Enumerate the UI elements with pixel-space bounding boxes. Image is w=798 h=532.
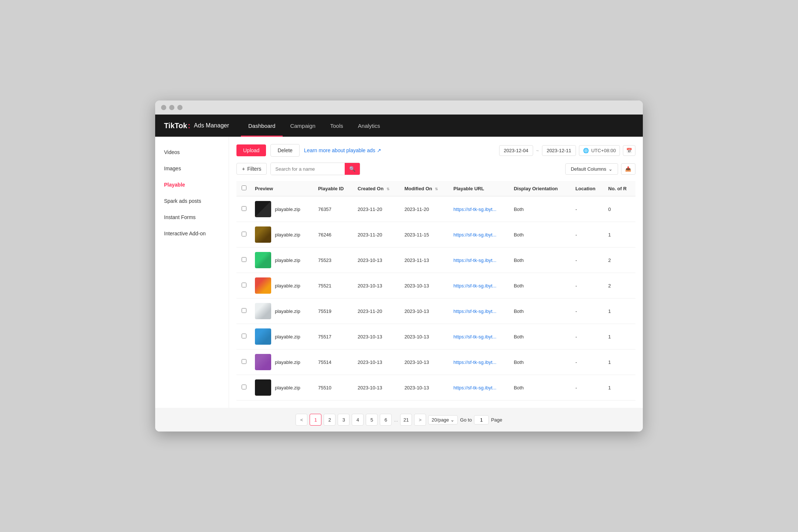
row-count: 1	[604, 349, 635, 375]
search-input[interactable]	[271, 163, 345, 175]
nav-items: Dashboard Campaign Tools Analytics	[241, 115, 388, 137]
table-row: playable.zip 75514 2023-10-13 2023-10-13…	[236, 349, 635, 375]
goto-input[interactable]	[474, 415, 489, 424]
url-link[interactable]: https://sf-tk-sg.ibyt...	[453, 207, 496, 212]
pagination-page-6[interactable]: 6	[380, 414, 392, 426]
row-checkbox[interactable]	[242, 283, 246, 287]
url-link[interactable]: https://sf-tk-sg.ibyt...	[453, 334, 496, 340]
traffic-light-minimize[interactable]	[169, 105, 174, 110]
row-orientation: Both	[510, 222, 572, 248]
pagination: < 1 2 3 4 5 6 ... 21 > 20/page ⌄ Go to P…	[155, 408, 643, 432]
pagination-last[interactable]: 21	[400, 414, 412, 426]
row-url: https://sf-tk-sg.ibyt...	[450, 222, 510, 248]
url-link[interactable]: https://sf-tk-sg.ibyt...	[453, 359, 496, 365]
nav-item-campaign[interactable]: Campaign	[283, 115, 323, 137]
preview-thumbnail	[255, 303, 271, 319]
pagination-prev[interactable]: <	[296, 414, 307, 426]
table-row: playable.zip 75519 2023-11-20 2023-10-13…	[236, 299, 635, 324]
row-checkbox[interactable]	[242, 232, 246, 236]
preview-thumbnail	[255, 201, 271, 217]
traffic-light-maximize[interactable]	[177, 105, 183, 110]
sidebar-item-videos[interactable]: Videos	[155, 144, 229, 160]
row-playable-id: 75523	[314, 248, 354, 273]
row-checkbox-cell	[236, 222, 251, 248]
learn-more-link[interactable]: Learn more about playable ads ↗	[304, 147, 381, 153]
url-link[interactable]: https://sf-tk-sg.ibyt...	[453, 283, 496, 289]
traffic-light-close[interactable]	[161, 105, 166, 110]
url-link[interactable]: https://sf-tk-sg.ibyt...	[453, 232, 496, 238]
header-modified-on[interactable]: Modified On ⇅	[401, 181, 450, 196]
sidebar-item-images[interactable]: Images	[155, 160, 229, 177]
table-body: playable.zip 76357 2023-11-20 2023-11-20…	[236, 196, 635, 400]
row-url: https://sf-tk-sg.ibyt...	[450, 273, 510, 299]
timezone-badge[interactable]: 🌐 UTC+08:00	[579, 145, 620, 156]
row-created: 2023-11-20	[354, 222, 401, 248]
content-area: Upload Delete Learn more about playable …	[229, 137, 643, 408]
row-filename: playable.zip	[275, 207, 300, 212]
sidebar-item-instant-forms[interactable]: Instant Forms	[155, 209, 229, 225]
pagination-page-2[interactable]: 2	[324, 414, 335, 426]
row-count: 1	[604, 222, 635, 248]
row-checkbox[interactable]	[242, 206, 246, 211]
url-link[interactable]: https://sf-tk-sg.ibyt...	[453, 385, 496, 391]
export-button[interactable]: 📥	[621, 163, 635, 175]
sidebar-item-spark-ads[interactable]: Spark ads posts	[155, 193, 229, 209]
header-count: No. of R	[604, 181, 635, 196]
pagination-page-3[interactable]: 3	[338, 414, 349, 426]
pagination-next[interactable]: >	[414, 414, 426, 426]
date-end[interactable]: 2023-12-11	[542, 145, 576, 156]
row-filename: playable.zip	[275, 232, 300, 238]
row-modified: 2023-10-13	[401, 375, 450, 400]
preview-thumbnail	[255, 252, 271, 268]
pagination-dots: ...	[394, 417, 398, 423]
row-count: 1	[604, 375, 635, 400]
row-preview: playable.zip	[251, 222, 314, 248]
date-start[interactable]: 2023-12-04	[499, 145, 533, 156]
url-link[interactable]: https://sf-tk-sg.ibyt...	[453, 258, 496, 263]
preview-cell: playable.zip	[255, 226, 311, 243]
per-page-select[interactable]: 20/page ⌄	[428, 415, 458, 424]
url-link[interactable]: https://sf-tk-sg.ibyt...	[453, 308, 496, 314]
row-count: 1	[604, 324, 635, 349]
nav-item-tools[interactable]: Tools	[323, 115, 351, 137]
header-created-on[interactable]: Created On ⇅	[354, 181, 401, 196]
row-url: https://sf-tk-sg.ibyt...	[450, 375, 510, 400]
row-playable-id: 75510	[314, 375, 354, 400]
logo-subtitle: Ads Manager	[194, 122, 229, 129]
modified-sort-icon: ⇅	[435, 187, 438, 191]
calendar-icon-btn[interactable]: 📅	[623, 145, 635, 156]
row-created: 2023-10-13	[354, 273, 401, 299]
table-row: playable.zip 75517 2023-10-13 2023-10-13…	[236, 324, 635, 349]
row-created: 2023-10-13	[354, 349, 401, 375]
preview-thumbnail	[255, 328, 271, 345]
upload-button[interactable]: Upload	[236, 144, 266, 156]
row-checkbox[interactable]	[242, 257, 246, 262]
filters-button[interactable]: + Filters	[236, 163, 267, 175]
pagination-page-5[interactable]: 5	[366, 414, 378, 426]
sidebar-item-playable[interactable]: Playable	[155, 177, 229, 193]
delete-button[interactable]: Delete	[270, 144, 299, 157]
row-modified: 2023-10-13	[401, 299, 450, 324]
row-checkbox[interactable]	[242, 385, 246, 389]
calendar-icon: 📅	[626, 148, 632, 153]
select-all-checkbox[interactable]	[242, 185, 246, 190]
row-checkbox-cell	[236, 375, 251, 400]
row-checkbox[interactable]	[242, 308, 246, 313]
sidebar-item-interactive[interactable]: Interactive Add-on	[155, 225, 229, 242]
search-button[interactable]: 🔍	[345, 163, 360, 175]
pagination-page-4[interactable]: 4	[352, 414, 364, 426]
filters-label: Filters	[247, 166, 261, 172]
row-checkbox[interactable]	[242, 334, 246, 338]
pagination-page-1[interactable]: 1	[310, 414, 321, 426]
table-row: playable.zip 75523 2023-10-13 2023-11-13…	[236, 248, 635, 273]
row-modified: 2023-11-20	[401, 196, 450, 222]
nav-item-analytics[interactable]: Analytics	[351, 115, 388, 137]
preview-cell: playable.zip	[255, 354, 311, 370]
nav-item-dashboard[interactable]: Dashboard	[241, 115, 283, 137]
row-location: -	[572, 222, 604, 248]
table-header-row: Preview Playable ID Created On ⇅ Modifie…	[236, 181, 635, 196]
main-window: TikTok: Ads Manager Dashboard Campaign T…	[155, 100, 643, 432]
row-checkbox[interactable]	[242, 359, 246, 364]
columns-button[interactable]: Default Columns ⌄	[565, 163, 618, 175]
row-filename: playable.zip	[275, 359, 300, 365]
